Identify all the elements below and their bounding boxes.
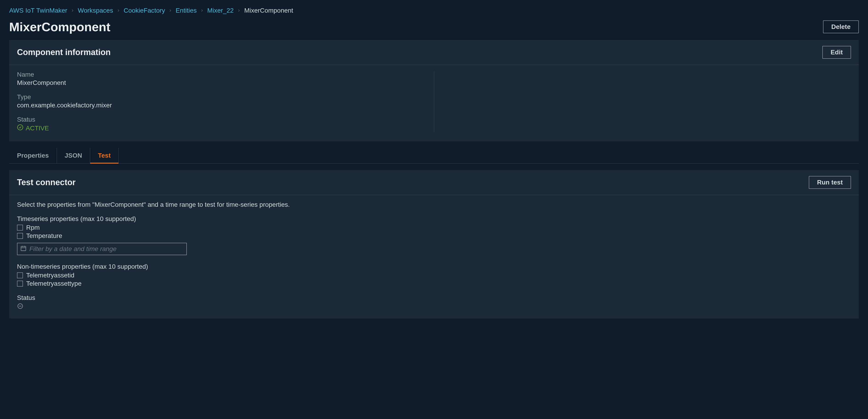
tab-test[interactable]: Test <box>90 148 119 163</box>
page-title: MixerComponent <box>9 20 111 34</box>
status-pending-icon <box>17 303 851 309</box>
nts-check-telemetryassetid: Telemetryassetid <box>17 272 851 279</box>
chevron-right-icon <box>70 8 74 12</box>
component-info-title: Component information <box>17 47 111 57</box>
non-timeseries-group-label: Non-timeseries properties (max 10 suppor… <box>17 263 851 270</box>
breadcrumb-link-entities[interactable]: Entities <box>176 7 197 14</box>
checkbox-temperature[interactable] <box>17 233 23 239</box>
info-type-value: com.example.cookiefactory.mixer <box>17 102 425 109</box>
check-circle-icon <box>17 124 23 132</box>
component-info-header: Component information Edit <box>9 40 859 65</box>
component-info-panel: Component information Edit Name MixerCom… <box>9 40 859 141</box>
svg-point-0 <box>18 125 23 130</box>
info-status-value: ACTIVE <box>26 125 49 132</box>
info-type-label: Type <box>17 93 425 101</box>
chevron-right-icon <box>116 8 121 12</box>
info-name-label: Name <box>17 71 425 78</box>
info-status: Status ACTIVE <box>17 116 425 132</box>
status-badge: ACTIVE <box>17 124 425 132</box>
test-status-block: Status <box>17 294 851 309</box>
info-type: Type com.example.cookiefactory.mixer <box>17 93 425 109</box>
nts-check-telemetryassettype: Telemetryassettype <box>17 280 851 287</box>
info-name: Name MixerComponent <box>17 71 425 87</box>
test-connector-description: Select the properties from "MixerCompone… <box>17 201 851 208</box>
checkbox-telemetryassetid-label[interactable]: Telemetryassetid <box>26 272 74 279</box>
tab-properties[interactable]: Properties <box>9 148 57 163</box>
checkbox-telemetryassettype-label[interactable]: Telemetryassettype <box>26 280 82 287</box>
component-info-body: Name MixerComponent Type com.example.coo… <box>9 65 859 141</box>
breadcrumb-current: MixerComponent <box>244 7 293 14</box>
info-status-label: Status <box>17 116 425 123</box>
run-test-button[interactable]: Run test <box>809 176 851 189</box>
test-connector-body: Select the properties from "MixerCompone… <box>9 195 859 319</box>
breadcrumb-link-twinmaker[interactable]: AWS IoT TwinMaker <box>9 7 67 14</box>
ts-check-temperature: Temperature <box>17 232 851 239</box>
chevron-right-icon <box>200 8 204 12</box>
svg-rect-1 <box>21 246 26 251</box>
page-header: MixerComponent Delete <box>9 20 859 34</box>
test-connector-header: Test connector Run test <box>9 170 859 195</box>
test-status-label: Status <box>17 294 851 301</box>
chevron-right-icon <box>168 8 173 12</box>
delete-button[interactable]: Delete <box>823 21 859 33</box>
edit-button[interactable]: Edit <box>822 46 851 59</box>
checkbox-temperature-label[interactable]: Temperature <box>26 232 62 239</box>
breadcrumb-link-mixer22[interactable]: Mixer_22 <box>207 7 234 14</box>
chevron-right-icon <box>237 8 241 12</box>
test-connector-panel: Test connector Run test Select the prope… <box>9 170 859 319</box>
date-range-field[interactable] <box>17 243 187 255</box>
calendar-icon <box>20 245 27 253</box>
breadcrumb-link-workspaces[interactable]: Workspaces <box>78 7 113 14</box>
timeseries-group-label: Timeseries properties (max 10 supported) <box>17 215 851 223</box>
info-name-value: MixerComponent <box>17 79 425 87</box>
checkbox-rpm[interactable] <box>17 225 23 231</box>
tabs: Properties JSON Test <box>9 148 859 164</box>
date-range-input[interactable] <box>29 245 184 253</box>
breadcrumb-link-cookiefactory[interactable]: CookieFactory <box>124 7 165 14</box>
tab-json[interactable]: JSON <box>57 148 90 163</box>
breadcrumb: AWS IoT TwinMaker Workspaces CookieFacto… <box>9 7 859 14</box>
checkbox-rpm-label[interactable]: Rpm <box>26 224 40 231</box>
ts-check-rpm: Rpm <box>17 224 851 231</box>
test-connector-title: Test connector <box>17 178 75 187</box>
checkbox-telemetryassettype[interactable] <box>17 281 23 287</box>
checkbox-telemetryassetid[interactable] <box>17 272 23 278</box>
